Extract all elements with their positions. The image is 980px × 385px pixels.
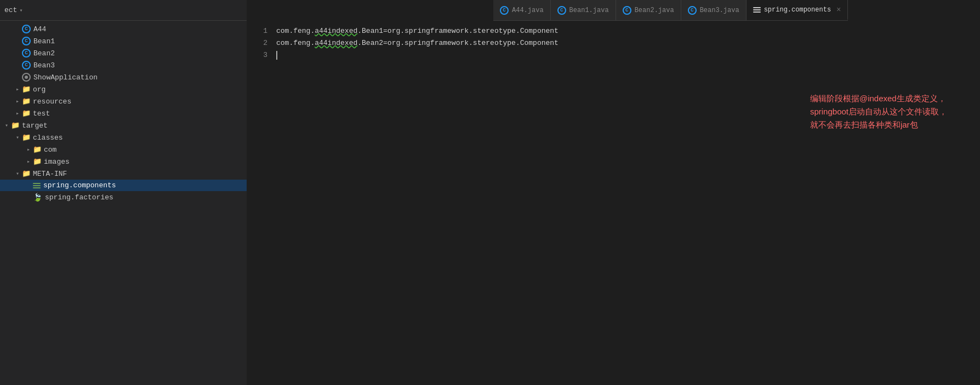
tree-item-label: test [33, 110, 50, 118]
tree-item-label: Bean2 [33, 49, 55, 58]
editor-content: 123 com.feng.a44indexed.Bean1=org.spring… [247, 21, 980, 385]
tab-bar: CA44.javaCBean1.javaCBean2.javaCBean3.ja… [493, 0, 848, 21]
chevron-icon [13, 134, 22, 141]
squiggle-text: a44indexed [315, 25, 357, 37]
tree-item-label: spring.factories [45, 193, 113, 202]
annotation-text: 编辑阶段根据@indexed生成类定义， springboot启动自动从这个文件… [810, 92, 947, 131]
editor-panel: 123 com.feng.a44indexed.Bean1=org.spring… [247, 21, 980, 385]
tab-label: A44.java [512, 7, 544, 14]
code-text: .Bean1=org.springframework.stereotype.Co… [357, 25, 559, 37]
tab-close-button[interactable]: × [836, 5, 841, 14]
tree-item-META-INF[interactable]: 📁META-INF [0, 168, 247, 180]
tree-item-label: com [44, 146, 56, 154]
sidebar: CA44 CBean1 CBean2 CBean3 ShowApplicatio… [0, 21, 247, 385]
class-icon: C [22, 37, 31, 45]
tree-item-label: images [44, 158, 70, 166]
tree-item-test[interactable]: 📁test [0, 107, 247, 119]
chevron-icon [24, 146, 33, 153]
line-numbers: 123 [247, 25, 274, 385]
properties-icon [753, 7, 761, 13]
folder-icon: 📁 [22, 109, 31, 118]
folder-icon: 📁 [22, 85, 31, 94]
tree-item-label: org [33, 85, 45, 94]
tree-item-label: classes [33, 134, 63, 142]
folder-icon: 📁 [22, 169, 31, 178]
tree-item-A44[interactable]: CA44 [0, 23, 247, 35]
tree-item-Bean2[interactable]: CBean2 [0, 47, 247, 59]
properties-file-icon [33, 183, 41, 188]
chevron-icon [13, 170, 22, 177]
tab-label: Bean3.java [700, 7, 739, 14]
java-icon: C [623, 6, 631, 15]
tree-item-label: A44 [33, 25, 46, 33]
chevron-icon [24, 158, 33, 165]
tree-item-label: target [22, 122, 48, 130]
tree-item-label: spring.components [43, 181, 116, 189]
tree-item-com[interactable]: 📁com [0, 143, 247, 156]
java-icon: C [500, 6, 509, 15]
project-label: ect [4, 6, 17, 14]
tree-item-label: ShowApplication [33, 73, 98, 82]
tree-item-resources[interactable]: 📁resources [0, 95, 247, 107]
text-cursor [276, 51, 277, 60]
chevron-icon [2, 122, 11, 129]
line-number: 2 [247, 37, 267, 49]
code-area[interactable]: com.feng.a44indexed.Bean1=org.springfram… [274, 25, 980, 385]
chevron-icon [13, 110, 22, 117]
folder-icon: 📁 [22, 133, 31, 142]
class-icon: C [22, 25, 31, 33]
class-icon: C [22, 61, 31, 70]
chevron-icon [13, 86, 22, 93]
code-line [276, 49, 980, 61]
tree-item-ShowApplication[interactable]: ShowApplication [0, 71, 247, 83]
code-text: com.feng. [276, 25, 315, 37]
tree-item-label: Bean3 [33, 61, 55, 70]
show-app-icon [22, 73, 31, 82]
java-icon: C [688, 6, 697, 15]
code-text: com.feng. [276, 37, 315, 49]
code-text: .Bean2=org.springframework.stereotype.Co… [357, 37, 559, 49]
tree-item-Bean1[interactable]: CBean1 [0, 35, 247, 47]
tree-item-label: Bean1 [33, 37, 55, 45]
main-area: CA44 CBean1 CBean2 CBean3 ShowApplicatio… [0, 21, 980, 385]
tree-item-classes[interactable]: 📁classes [0, 131, 247, 143]
class-icon: C [22, 49, 31, 58]
chevron-icon [13, 98, 22, 105]
sidebar-header: ect ▾ [0, 0, 247, 21]
folder-icon: 📁 [22, 97, 31, 106]
factories-icon: 🍃 [33, 193, 42, 202]
tree-item-org[interactable]: 📁org [0, 83, 247, 95]
project-dropdown-icon[interactable]: ▾ [19, 7, 22, 14]
tree-item-target[interactable]: 📁target [0, 119, 247, 131]
tab-label: Bean1.java [569, 7, 609, 14]
tab-A44[interactable]: CA44.java [493, 0, 551, 20]
line-number: 3 [247, 49, 267, 61]
tree-item-images[interactable]: 📁images [0, 156, 247, 168]
java-icon: C [557, 6, 566, 15]
tree-item-label: resources [33, 97, 71, 106]
tree-item-label: META-INF [33, 170, 67, 178]
tab-Bean2[interactable]: CBean2.java [616, 0, 681, 20]
squiggle-text: a44indexed [315, 37, 357, 49]
tree-item-spring_components[interactable]: spring.components [0, 180, 247, 191]
folder-icon: 📁 [33, 157, 42, 166]
tab-Bean3[interactable]: CBean3.java [681, 0, 747, 20]
code-line: com.feng.a44indexed.Bean1=org.springfram… [276, 25, 980, 37]
tab-label: spring.components [764, 6, 831, 14]
tab-label: Bean2.java [635, 7, 674, 14]
folder-icon: 📁 [33, 145, 42, 154]
tree-item-spring_factories[interactable]: 🍃spring.factories [0, 191, 247, 204]
line-number: 1 [247, 25, 267, 37]
tab-Bean1[interactable]: CBean1.java [551, 0, 616, 20]
tab-spring_components[interactable]: spring.components× [747, 0, 848, 20]
code-line: com.feng.a44indexed.Bean2=org.springfram… [276, 37, 980, 49]
folder-icon: 📁 [11, 121, 20, 130]
tree-item-Bean3[interactable]: CBean3 [0, 59, 247, 71]
